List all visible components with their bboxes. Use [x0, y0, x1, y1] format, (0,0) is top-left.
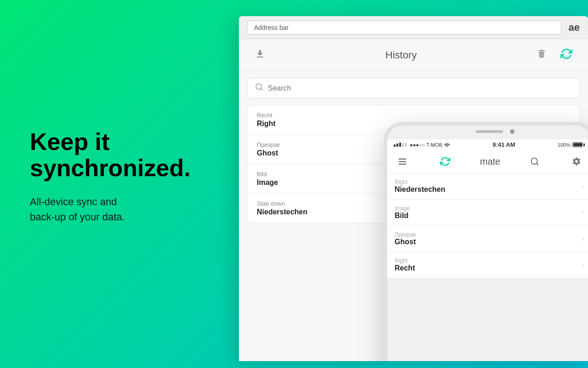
- status-left: ●●●○○ T-MOB: [394, 142, 450, 148]
- chevron-icon-1: ›: [582, 183, 584, 190]
- app-content: History: [239, 39, 588, 361]
- svg-line-1: [260, 88, 262, 90]
- search-container: [247, 78, 580, 98]
- battery-pct: 100%: [558, 142, 571, 148]
- left-content: Keep it synchronized. All-device sync an…: [30, 129, 204, 224]
- signal-dot-2: [396, 144, 398, 147]
- headline: Keep it synchronized.: [30, 129, 204, 181]
- battery-icon: [572, 142, 585, 147]
- toolbar: History: [239, 39, 588, 71]
- phone-translation-3: Ghost: [395, 238, 416, 246]
- phone-camera: [510, 129, 514, 134]
- phone-search-icon: [530, 157, 539, 166]
- chevron-icon-4: ›: [582, 261, 584, 269]
- phone-inner: ●●●○○ T-MOB 9:41 AM 100%: [387, 126, 588, 361]
- browser-chrome: Address bar ae: [239, 16, 588, 39]
- svg-line-6: [537, 163, 538, 165]
- phone-status-bar: ●●●○○ T-MOB 9:41 AM 100%: [387, 139, 588, 150]
- carrier-text: ●●●○○ T-MOB: [410, 142, 442, 148]
- address-bar[interactable]: Address bar: [247, 21, 561, 34]
- source-text-1: Recht: [257, 112, 570, 119]
- svg-rect-3: [399, 161, 407, 162]
- phone-item-2[interactable]: Image Bild ›: [387, 200, 588, 226]
- phone-search-button[interactable]: [527, 154, 542, 169]
- sync-button[interactable]: [558, 45, 575, 65]
- signal-dot-1: [394, 144, 396, 147]
- phone-item-text-1: Right Niederstechen: [395, 179, 445, 194]
- subheadline: All-device sync andback-up of your data.: [30, 194, 204, 224]
- trash-icon: [537, 49, 547, 61]
- phone-menu-button[interactable]: [395, 154, 410, 169]
- phone-settings-button[interactable]: [569, 154, 584, 169]
- signal-dot-4: [402, 143, 404, 147]
- trash-button[interactable]: [534, 46, 549, 64]
- phone-translation-4: Recht: [395, 264, 415, 272]
- phone-item-3[interactable]: Призрак Ghost ›: [387, 226, 588, 252]
- phone-item-text-4: Right Recht: [395, 258, 415, 272]
- phone-item-4[interactable]: Right Recht ›: [387, 252, 588, 278]
- sync-icon: [560, 48, 572, 63]
- phone-sync-icon: [440, 156, 450, 167]
- wifi-icon: [444, 143, 450, 147]
- phone-translation-1: Niederstechen: [395, 185, 445, 194]
- phone-settings-icon: [572, 157, 581, 166]
- phone-source-2: Image: [395, 205, 410, 212]
- chevron-icon-2: ›: [582, 209, 584, 216]
- menu-icon: [397, 156, 407, 167]
- phone-mockup: ●●●○○ T-MOB 9:41 AM 100%: [384, 122, 588, 361]
- phone-sync-button[interactable]: [437, 154, 453, 169]
- signal-dots: [394, 143, 407, 147]
- phone-item-1[interactable]: Right Niederstechen ›: [387, 173, 588, 200]
- phone-source-3: Призрак: [395, 231, 416, 238]
- phone-translation-2: Bild: [395, 212, 410, 220]
- phone-item-text-3: Призрак Ghost: [395, 231, 416, 246]
- svg-rect-2: [399, 159, 407, 160]
- svg-rect-4: [399, 164, 407, 165]
- signal-dot-5: [405, 143, 407, 147]
- ae-icon: ae: [569, 22, 580, 34]
- search-icon: [255, 83, 263, 93]
- search-input[interactable]: [268, 84, 572, 92]
- phone-source-4: Right: [395, 258, 415, 264]
- toolbar-title: History: [268, 49, 534, 61]
- download-button[interactable]: [252, 46, 268, 65]
- download-icon: [254, 48, 266, 62]
- phone-notch-area: [387, 126, 588, 139]
- phone-item-text-2: Image Bild: [395, 205, 410, 220]
- signal-dot-3: [399, 143, 401, 147]
- status-time: 9:41 AM: [492, 141, 515, 148]
- phone-source-1: Right: [395, 179, 445, 185]
- phone-speaker: [475, 130, 503, 133]
- chevron-icon-3: ›: [582, 235, 584, 242]
- phone-list: Right Niederstechen › Image Bild ›: [387, 173, 588, 278]
- phone-app-toolbar: mate: [387, 150, 588, 173]
- browser-window: Address bar ae History: [239, 16, 588, 361]
- status-right: 100%: [558, 142, 585, 148]
- phone-app-title: mate: [480, 156, 500, 167]
